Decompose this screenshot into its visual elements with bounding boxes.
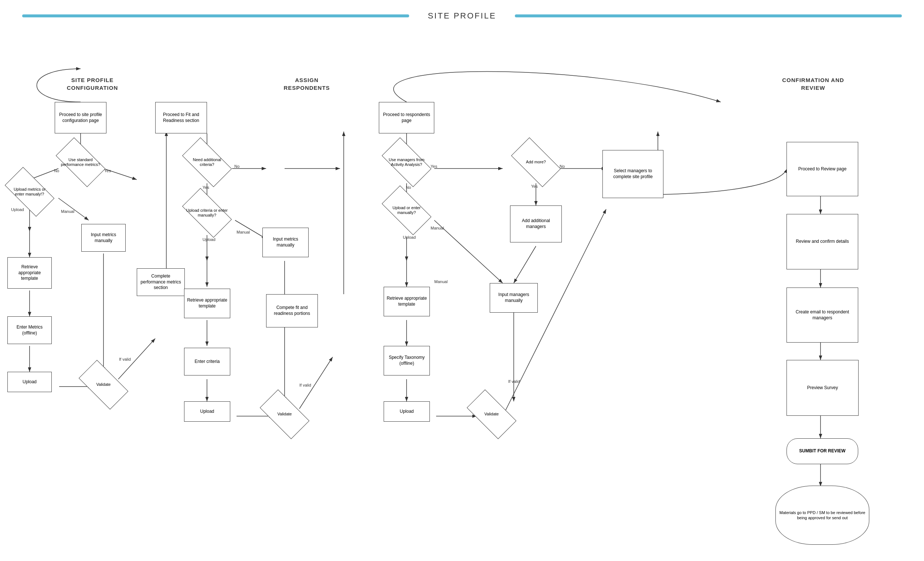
diamond-validate-1: Validate: [81, 372, 126, 398]
diamond-validate-3: Validate: [470, 401, 514, 427]
label-yes-2: Yes: [202, 185, 209, 190]
label-manual-3: Manual: [430, 226, 444, 230]
box-retrieve-template-2: Retrieve appropriate template: [184, 289, 230, 318]
box-retrieve-template-3: Retrieve appropriate template: [384, 287, 430, 316]
box-compete-fit-readiness: Compete fit and readiness portions: [266, 294, 318, 327]
main-diagram: SITE PROFILECONFIGURATION ASSIGNRESPONDE…: [0, 24, 924, 556]
box-complete-perf-metrics: Complete performance metrics section: [137, 268, 185, 296]
diamond-use-standard-perf: Use standard performance metrics?: [58, 149, 103, 175]
svg-line-31: [434, 220, 502, 283]
box-upload-2: Upload: [184, 401, 230, 422]
diamond-upload-criteria: Upload criteria or enter manually?: [185, 200, 229, 226]
label-yes-1: Yes: [104, 168, 111, 173]
label-manual-1: Manual: [61, 209, 74, 214]
box-select-managers: Select managers to complete site profile: [603, 150, 663, 198]
box-review-confirm: Review and confirm details: [786, 214, 858, 269]
diamond-validate-2: Validate: [262, 401, 307, 427]
label-upload-1: Upload: [11, 207, 24, 212]
cloud-materials: Materials go to PPD / SM to be reviewed …: [776, 486, 869, 545]
label-upload-3: Upload: [403, 235, 416, 240]
box-proceed-site-config: Proceed to site profile configuration pa…: [55, 102, 106, 134]
box-create-email: Create email to respondent managers: [786, 288, 858, 343]
submit-review-oval[interactable]: SUMBIT FOR REVIEW: [786, 438, 858, 464]
label-ifvalid-2: If valid: [299, 383, 311, 387]
svg-line-18: [235, 220, 266, 239]
box-proceed-respondents: Proceed to respondents page: [379, 102, 434, 134]
box-upload-3: Upload: [384, 401, 430, 422]
header-line-left: [22, 14, 409, 17]
diamond-upload-or-enter: Upload or enter manually?: [384, 197, 429, 223]
box-specify-taxonomy: Specify Taxonomy (offline): [384, 346, 430, 375]
label-yes-addmore: Yes: [531, 184, 538, 189]
diamond-add-more: Add more?: [514, 149, 558, 175]
svg-line-37: [514, 246, 536, 283]
box-upload-1: Upload: [8, 372, 52, 392]
label-no-addmore: No: [560, 164, 565, 168]
box-proceed-review: Proceed to Review page: [786, 142, 858, 196]
box-add-additional-managers: Add additional managers: [510, 206, 562, 242]
box-proceed-fit-readiness: Proceed to Fit and Readiness section: [155, 102, 207, 134]
header-line-right: [515, 14, 902, 17]
box-preview-survey: Preview Survey: [786, 360, 859, 416]
page-title: SITE PROFILE: [417, 11, 507, 21]
label-upload-2: Upload: [202, 237, 216, 242]
label-no-1: No: [54, 168, 59, 173]
box-input-metrics-manually-2: Input metrics manually: [262, 228, 309, 257]
diamond-need-additional-criteria: Need additional criteria?: [185, 149, 229, 175]
label-manual-4: Manual: [434, 279, 448, 284]
label-ifvalid-1: If valid: [119, 357, 131, 362]
diamond-use-managers: Use managers from Activity Analysis?: [384, 149, 429, 175]
header: SITE PROFILE: [0, 0, 924, 24]
box-enter-metrics: Enter Metrics (offline): [8, 316, 52, 344]
section-header-assign: ASSIGNRESPONDENTS: [259, 76, 355, 92]
section-header-config: SITE PROFILECONFIGURATION: [44, 76, 141, 92]
box-retrieve-template-1: Retrieve appropriate template: [8, 257, 52, 289]
diamond-upload-metrics: Upload metrics or enter manualy!?: [8, 179, 52, 205]
label-no-2: No: [234, 164, 240, 168]
label-yes-3: Yes: [430, 164, 437, 168]
label-manual-2: Manual: [237, 230, 250, 234]
box-input-managers-manually: Input managers manually: [490, 283, 538, 313]
box-enter-criteria: Enter criteria: [184, 348, 230, 375]
label-ifvalid-3: If valid: [508, 379, 520, 384]
section-header-review: CONFIRMATION ANDREVIEW: [758, 76, 868, 92]
box-input-metrics-manually: Input metrics manually: [81, 224, 126, 252]
label-no-3: No: [406, 185, 411, 190]
